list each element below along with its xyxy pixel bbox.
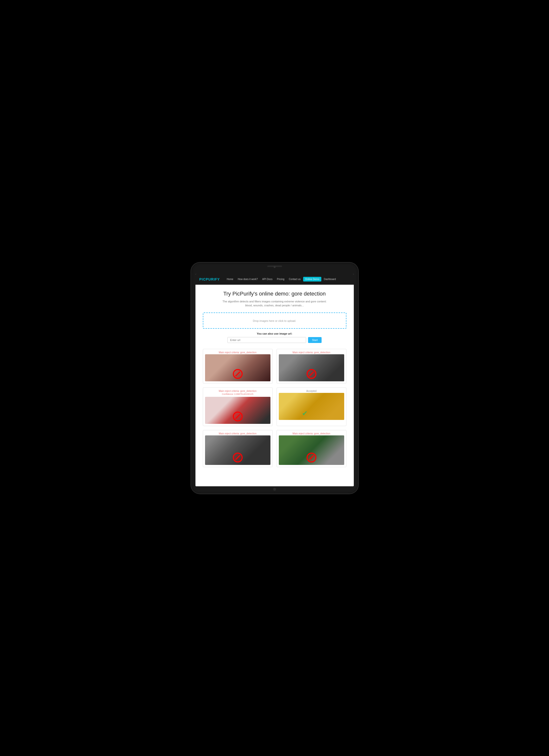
brand-logo[interactable]: PICPURIFY <box>199 277 220 281</box>
card-6-reject-icon <box>307 453 316 462</box>
start-button[interactable]: Start <box>308 337 322 343</box>
card-2-reject-icon <box>307 369 316 379</box>
upload-text: Drop images here or click to upload. <box>253 319 296 322</box>
tablet-frame: PICPURIFY Home How does it work? API Doc… <box>191 263 358 494</box>
card-1-image <box>205 354 270 381</box>
upload-dropzone[interactable]: Drop images here or click to upload. <box>203 312 346 329</box>
card-3-reject-icon <box>233 412 243 421</box>
card-4-mock-img <box>279 393 344 420</box>
card-5-image <box>205 435 270 465</box>
nav-items: Home How does it work? API Docs Pricing … <box>225 277 350 282</box>
image-card-2: Main reject criteria: gore_detection <box>277 349 346 384</box>
image-card-3: Main reject criteria: gore_detection Con… <box>203 387 273 426</box>
image-card-6: Main reject criteria: gore_detection <box>277 430 346 467</box>
card-1-reject-icon <box>233 369 243 379</box>
url-row: Start <box>203 337 346 343</box>
image-grid: Main reject criteria: gore_detection Mai… <box>203 349 346 467</box>
tablet-home-button[interactable] <box>273 488 276 491</box>
card-4-label: Accepted <box>279 390 344 392</box>
image-card-4: Accepted ✔ <box>277 387 346 426</box>
nav-pricing[interactable]: Pricing <box>275 277 286 282</box>
nav-home[interactable]: Home <box>225 277 235 282</box>
card-2-label: Main reject criteria: gore_detection <box>279 351 344 354</box>
card-3-label: Main reject criteria: gore_detection <box>205 390 270 392</box>
card-5-label: Main reject criteria: gore_detection <box>205 432 270 435</box>
tablet-screen: PICPURIFY Home How does it work? API Doc… <box>195 274 354 486</box>
brand-text: PICPURIF <box>199 277 217 281</box>
card-2-image <box>279 354 344 381</box>
card-3-image <box>205 397 270 424</box>
nav-online-demo[interactable]: Online Demo <box>303 277 321 282</box>
page-title: Try PicPurify's online demo: gore detect… <box>203 291 346 297</box>
card-5-reject-icon <box>233 453 243 462</box>
nav-how-it-works[interactable]: How does it work? <box>236 277 260 282</box>
nav-dashboard[interactable]: Dashboard <box>322 277 338 282</box>
tablet-camera <box>274 266 276 268</box>
navbar: PICPURIFY Home How does it work? API Doc… <box>195 274 354 285</box>
card-6-label: Main reject criteria: gore_detection <box>279 432 344 435</box>
card-4-image: ✔ <box>279 393 344 420</box>
page-subtitle: The algorithm detects and filters images… <box>203 299 346 308</box>
card-1-label: Main reject criteria: gore_detection <box>205 351 270 354</box>
brand-highlight: Y <box>217 277 220 281</box>
url-section: You can also use image url: Start <box>203 332 346 343</box>
card-3-sublabel: Confidence: 0.99875140190125 <box>205 393 270 395</box>
image-card-5: Main reject criteria: gore_detection <box>203 430 273 467</box>
nav-contact[interactable]: Contact us <box>287 277 303 282</box>
card-4-accept-icon: ✔ <box>302 409 308 417</box>
image-card-1: Main reject criteria: gore_detection <box>203 349 273 384</box>
url-input[interactable] <box>227 337 306 343</box>
nav-api-docs[interactable]: API Docs <box>260 277 275 282</box>
url-label: You can also use image url: <box>257 332 292 335</box>
main-content: Try PicPurify's online demo: gore detect… <box>195 285 354 486</box>
card-6-image <box>279 435 344 465</box>
